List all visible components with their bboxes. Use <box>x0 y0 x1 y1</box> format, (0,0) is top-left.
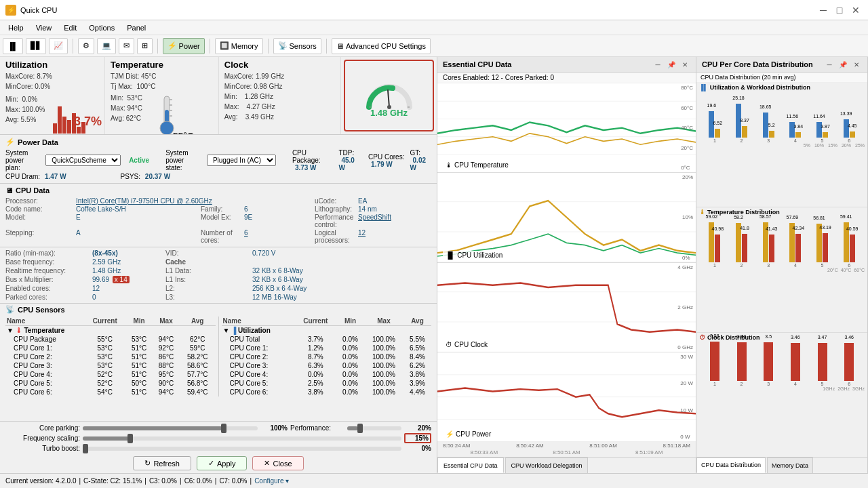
clock-gauge-value: 1.48 GHz <box>370 108 408 118</box>
line-chart-button[interactable]: 📈 <box>49 38 68 54</box>
freq-scaling-thumb[interactable] <box>127 434 133 443</box>
temp-group-row[interactable]: ▼ 🌡 Temperature <box>5 326 216 336</box>
temp-data-row: CPU Core 6: 54°C 51°C 94°C 59.4°C <box>5 388 216 396</box>
apply-button[interactable]: ✓ Apply <box>197 456 248 470</box>
power-y1: 30 W <box>680 354 693 360</box>
clock-chart-label[interactable]: ⏱ CPU Clock <box>443 340 490 349</box>
titlebar-title: Quick CPU <box>20 6 57 14</box>
vid-label: VID: <box>165 249 247 257</box>
advanced-button[interactable]: 🖥 Advanced CPU Settings <box>332 38 431 54</box>
memory-data-tab[interactable]: Memory Data <box>767 458 813 473</box>
time-sub2: 8:50:51 AM <box>553 449 580 455</box>
temp-col-name: Name <box>5 317 84 326</box>
cpu-data-icon: 🖥 <box>5 186 13 195</box>
cpu-data-dist-tab[interactable]: CPU Data Distribution <box>696 458 766 473</box>
performance-label: Performance: <box>290 424 344 432</box>
power-state-select[interactable]: Plugged In (AC) <box>207 155 276 166</box>
proc-label: Processor: <box>5 197 73 205</box>
cpu-monitor-button[interactable]: 💻 <box>97 38 116 54</box>
util-y-axis: 20% 10% 0% <box>682 173 693 262</box>
temp-tjm: TJM Dist: 45°C <box>111 71 213 81</box>
essential-panel-header: Essential CPU Data ─ 📌 ✕ <box>437 57 696 73</box>
l1d-value: 32 KB x 6 8-Way <box>252 267 334 274</box>
cstate-c3: C3: 0.0% <box>149 477 177 485</box>
menu-panel[interactable]: Panel <box>121 22 151 33</box>
memory-icon: 🔲 <box>220 41 229 50</box>
parked-cores-value: 0 <box>92 293 160 301</box>
message-button[interactable]: ✉ <box>119 38 134 54</box>
close-action-button[interactable]: ✕ Close <box>252 456 303 470</box>
modelex-value: 9E <box>244 214 312 228</box>
minimize-per-core[interactable]: ─ <box>824 59 835 70</box>
model-value: E <box>76 214 198 228</box>
minimize-panel-button[interactable]: ─ <box>652 59 663 70</box>
power-plan-select[interactable]: QuickCpuScheme <box>45 155 121 166</box>
temp-chart-label[interactable]: 🌡 CPU Temperature <box>443 161 511 169</box>
enabled-cores-label: Enabled cores: <box>5 285 87 292</box>
util-group-label: Utilization <box>238 327 271 334</box>
bar-chart-button[interactable]: ▊▋ <box>26 38 46 54</box>
toolbar-separator5 <box>326 39 327 54</box>
util-chart-button[interactable]: ▐▌ <box>3 38 23 54</box>
refresh-icon: ↻ <box>144 459 151 468</box>
util-data-row: CPU Total 3.7% 0.0% 100.0% 5.5% <box>222 335 432 344</box>
core-parking-thumb[interactable] <box>221 424 226 433</box>
cpu-data-header: 🖥 CPU Data <box>5 186 431 195</box>
menu-options[interactable]: Options <box>83 22 120 33</box>
menu-edit[interactable]: Edit <box>58 22 82 33</box>
gear-icon: ⚙ <box>83 41 90 50</box>
util-main-value: 3.7% <box>74 115 102 129</box>
psys-value: 20.37 W <box>145 173 170 180</box>
configure-button[interactable]: Configure ▾ <box>254 477 289 485</box>
temp-dist-section: 🌡 Temperature Distribution 59.02 <box>696 207 867 332</box>
util-maxcore: MaxCore: 8.7% <box>5 71 99 81</box>
performance-thumb[interactable] <box>357 424 363 433</box>
advanced-label: Advanced CPU Settings <box>346 42 426 50</box>
version-text: Current version: 4.2.0.0 <box>5 477 77 485</box>
base-freq-value: 2.59 GHz <box>92 258 160 266</box>
per-core-controls: ─ 📌 ✕ <box>824 59 862 70</box>
ucode-value: EA <box>358 197 426 205</box>
close-panel-button[interactable]: ✕ <box>679 59 690 70</box>
pin-per-core[interactable]: 📌 <box>837 59 848 70</box>
util-chart-container: 20% 10% 0% ▐▌ CPU Utilization <box>437 173 696 262</box>
essential-cpu-tab[interactable]: Essential CPU Data <box>437 458 504 473</box>
maximize-button[interactable]: □ <box>833 3 846 17</box>
util-dist-title: Utilization & Workload Distribution <box>710 84 810 91</box>
util-col-avg: Avg <box>403 317 431 326</box>
bottom-controls: Core parking: 100% Performance: 20% <box>0 421 437 473</box>
power-chart-label[interactable]: ⚡ CPU Power <box>443 430 494 439</box>
workload-tab[interactable]: CPU Workload Delegation <box>505 458 589 473</box>
cstate-c7: C7: 0.0% <box>219 477 247 485</box>
numcores-value: 6 <box>244 229 312 244</box>
grid-button[interactable]: ⊞ <box>137 38 153 54</box>
util-y2: 10% <box>682 214 693 220</box>
thermometer-icon: 🌡 <box>16 327 22 334</box>
minimize-button[interactable]: ─ <box>816 3 830 17</box>
settings-button[interactable]: ⚙ <box>78 38 94 54</box>
power-icon: ⚡ <box>167 41 177 50</box>
clock-panel: Clock MaxCore: 1.99 GHz MinCore: 0.98 GH… <box>219 57 341 134</box>
turbo-boost-thumb[interactable] <box>83 444 88 453</box>
close-per-core[interactable]: ✕ <box>851 59 862 70</box>
util-group-row[interactable]: ▼ ▐ Utilization <box>222 326 432 336</box>
temp-gauge-value: 55°C <box>173 131 194 134</box>
per-core-subtitle: CPU Data Distribution (20 min avg) <box>696 73 867 83</box>
menu-help[interactable]: Help <box>3 22 29 33</box>
util-y1: 20% <box>682 174 693 180</box>
menu-view[interactable]: View <box>31 22 58 33</box>
pin-panel-button[interactable]: 📌 <box>666 59 677 70</box>
util-bar-chart-icon: ▐▌ <box>446 251 455 259</box>
util-chart-label[interactable]: ▐▌ CPU Utilization <box>443 251 505 260</box>
logical-label: Logical processors: <box>315 229 355 244</box>
freq-scaling-label: Frequency scaling: <box>5 434 80 442</box>
sensors-button[interactable]: 📡 Sensors <box>273 38 321 54</box>
sensors-title: CPU Sensors <box>18 306 65 314</box>
util-dist-header: ▐▌ Utilization & Workload Distribution <box>699 84 865 91</box>
power-button[interactable]: ⚡ Power <box>163 38 205 54</box>
refresh-button[interactable]: ↻ Refresh <box>133 456 191 470</box>
close-button[interactable]: ✕ <box>849 3 863 17</box>
time4: 8:51:18 AM <box>663 443 690 449</box>
memory-button[interactable]: 🔲 Memory <box>215 38 263 54</box>
app-icon: ⚡ <box>5 5 16 16</box>
